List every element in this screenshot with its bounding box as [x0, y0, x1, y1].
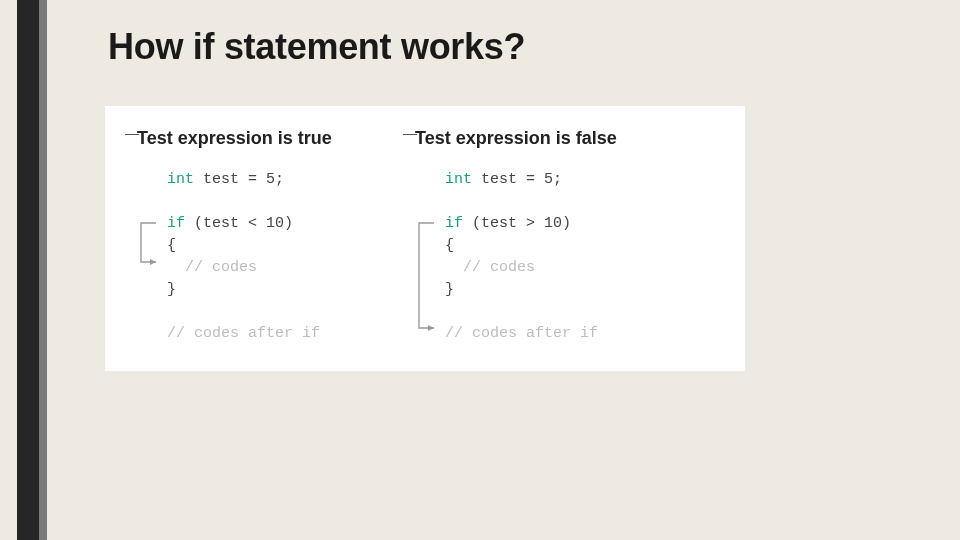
- code-comment: // codes after if: [167, 325, 320, 342]
- svg-marker-0: [150, 259, 156, 265]
- kw-int: int: [445, 171, 472, 188]
- code-text: }: [445, 281, 454, 298]
- code-panel: — Test expression is true int test = 5; …: [105, 106, 745, 371]
- code-block-true: int test = 5; if (test < 10) { // codes …: [167, 169, 387, 345]
- code-block-false: int test = 5; if (test > 10) { // codes …: [445, 169, 665, 345]
- code-comment: // codes after if: [445, 325, 598, 342]
- svg-marker-1: [428, 325, 434, 331]
- subheading-false: Test expression is false: [415, 128, 665, 149]
- code-text: }: [167, 281, 176, 298]
- column-true: — Test expression is true int test = 5; …: [117, 128, 387, 361]
- code-comment: // codes: [167, 259, 257, 276]
- code-comment: // codes: [445, 259, 535, 276]
- kw-int: int: [167, 171, 194, 188]
- page-title: How if statement works?: [108, 26, 525, 68]
- code-text: (test < 10): [185, 215, 293, 232]
- kw-if: if: [445, 215, 463, 232]
- code-text: (test > 10): [463, 215, 571, 232]
- kw-if: if: [167, 215, 185, 232]
- subheading-true: Test expression is true: [137, 128, 387, 149]
- accent-stripe-light: [39, 0, 47, 540]
- column-false: — Test expression is false int test = 5;…: [395, 128, 665, 361]
- code-text: test = 5;: [194, 171, 284, 188]
- code-text: {: [167, 237, 176, 254]
- accent-stripe-dark: [17, 0, 39, 540]
- code-text: test = 5;: [472, 171, 562, 188]
- code-text: {: [445, 237, 454, 254]
